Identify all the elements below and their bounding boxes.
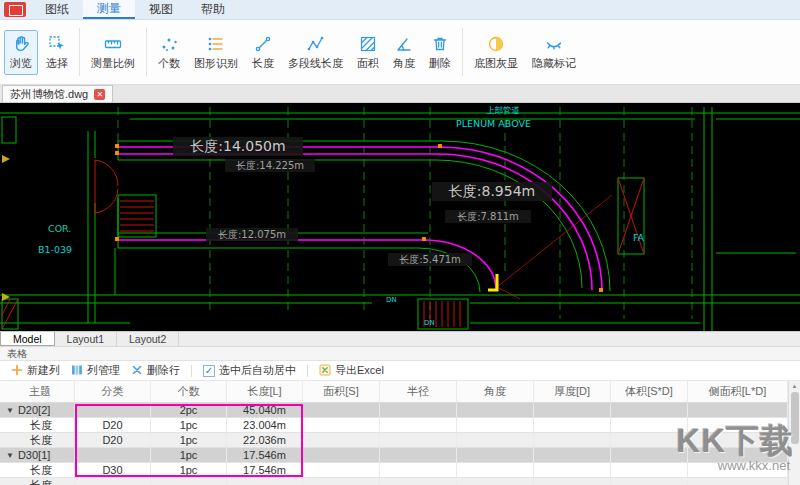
table-row[interactable]: 长度 <box>0 478 788 485</box>
column-manage-button[interactable]: 列管理 <box>68 363 123 378</box>
table-body: ▼D20[2] 2pc 45.040m 长度 D20 1pc 23.00 <box>0 403 788 485</box>
cell-angle <box>457 433 534 447</box>
menu-tab-drawing[interactable]: 图纸 <box>31 0 83 19</box>
layout-tab-label: Layout2 <box>129 333 166 345</box>
area-button[interactable]: 面积 <box>351 30 385 75</box>
delete-row-button[interactable]: 删除行 <box>128 363 183 378</box>
cell-topic: 长度 <box>0 463 75 477</box>
angle-button[interactable]: 角度 <box>387 30 421 75</box>
length-icon <box>253 34 273 54</box>
toolbar-separator <box>462 28 463 76</box>
cell-length <box>227 478 303 485</box>
measurement-label[interactable]: 长度:14.225m <box>225 159 315 172</box>
document-tab-label: 苏州博物馆.dwg <box>10 87 88 102</box>
app-logo-icon[interactable] <box>4 2 26 17</box>
expand-icon[interactable]: ▼ <box>6 451 14 460</box>
cad-drawing[interactable]: 上部管道 PLENUM ABOVE COR. B1-039 FA DN DN 长… <box>0 103 800 331</box>
cell-angle <box>457 448 534 462</box>
delete-button[interactable]: 删除 <box>423 30 457 75</box>
toolbar-item-label: 删除 <box>429 56 451 71</box>
browse-button[interactable]: 浏览 <box>4 30 38 75</box>
shape-recognize-button[interactable]: 图形识别 <box>188 30 244 75</box>
cell-radius <box>380 463 457 477</box>
column-header[interactable]: 半径 <box>380 381 457 402</box>
cell-topic: 长度 <box>0 478 75 485</box>
expand-icon[interactable]: ▼ <box>6 406 14 415</box>
measurement-label[interactable]: 长度:12.075m <box>206 228 298 241</box>
auto-center-checkbox[interactable]: ✓ <box>203 365 215 377</box>
cell-side-area <box>688 463 788 477</box>
measurement-label[interactable]: 长度:14.050m <box>173 137 303 156</box>
cell-side-area <box>688 448 788 462</box>
toolbar-separator <box>79 28 80 76</box>
x-icon <box>131 364 143 378</box>
column-header[interactable]: 个数 <box>151 381 227 402</box>
cell-volume <box>611 418 688 432</box>
count-button[interactable]: 个数 <box>152 30 186 75</box>
cell-angle <box>457 418 534 432</box>
cell-count: 1pc <box>151 433 227 447</box>
select-button[interactable]: 选择 <box>40 30 74 75</box>
cell-category <box>75 403 151 417</box>
count-icon <box>159 34 179 54</box>
table-row[interactable]: 长度 D20 1pc 22.036m <box>0 433 788 448</box>
document-tab[interactable]: 苏州博物馆.dwg ✕ <box>2 85 113 102</box>
cell-thickness <box>534 478 611 485</box>
table-scrollbar[interactable]: ▲ <box>788 381 800 485</box>
scrollbar-thumb[interactable] <box>791 392 799 444</box>
menu-tab-label: 帮助 <box>201 1 225 18</box>
hide-marks-button[interactable]: 隐藏标记 <box>526 30 582 75</box>
checkbox-label: 选中后自动居中 <box>219 363 296 378</box>
toolbar-item-label: 底图灰显 <box>474 56 518 71</box>
canvas-label-fa: FA <box>633 232 645 243</box>
svg-text:长度:7.811m: 长度:7.811m <box>457 211 519 222</box>
cell-thickness <box>534 403 611 417</box>
menu-tab-view[interactable]: 视图 <box>135 0 187 19</box>
dim-background-button[interactable]: 底图灰显 <box>468 30 524 75</box>
auto-center-option[interactable]: ✓ 选中后自动居中 <box>200 363 299 378</box>
column-header[interactable]: 主题 <box>0 381 75 402</box>
svg-text:长度:5.471m: 长度:5.471m <box>399 254 461 265</box>
table-group-row[interactable]: ▼D30[1] 1pc 17.546m <box>0 448 788 463</box>
cell-category <box>75 448 151 462</box>
table-panel-header[interactable]: 表格 <box>0 347 800 361</box>
cell-volume <box>611 478 688 485</box>
cell-length: 17.546m <box>227 463 303 477</box>
toolbar-item-label: 个数 <box>158 56 180 71</box>
measure-scale-button[interactable]: 测量比例 <box>85 30 141 75</box>
column-header[interactable]: 角度 <box>457 381 534 402</box>
cell-length: 23.004m <box>227 418 303 432</box>
excel-icon <box>319 364 331 378</box>
cell-thickness <box>534 433 611 447</box>
column-header[interactable]: 厚度[D] <box>534 381 611 402</box>
table-group-row[interactable]: ▼D20[2] 2pc 45.040m <box>0 403 788 418</box>
measurement-label[interactable]: 长度:8.954m <box>432 182 552 201</box>
polyline-length-icon <box>306 34 326 54</box>
menu-tab-measure[interactable]: 测量 <box>83 0 135 19</box>
cell-area <box>303 418 380 432</box>
cell-topic: 长度 <box>0 418 75 432</box>
table-row[interactable]: 长度 D20 1pc 23.004m <box>0 418 788 433</box>
measurement-label[interactable]: 长度:7.811m <box>445 210 531 223</box>
toolbar-item-label: 图形识别 <box>194 56 238 71</box>
column-header[interactable]: 面积[S] <box>303 381 380 402</box>
scroll-up-icon[interactable]: ▲ <box>792 381 798 391</box>
cad-canvas[interactable]: 上部管道 PLENUM ABOVE COR. B1-039 FA DN DN 长… <box>0 103 800 331</box>
menu-tab-help[interactable]: 帮助 <box>187 0 239 19</box>
column-header[interactable]: 长度[L] <box>227 381 303 402</box>
polyline-length-button[interactable]: 多段线长度 <box>282 30 349 75</box>
length-button[interactable]: 长度 <box>246 30 280 75</box>
measurement-label[interactable]: 长度:5.471m <box>388 253 472 266</box>
cell-topic: ▼D20[2] <box>0 403 75 417</box>
tab-layout1[interactable]: Layout1 <box>55 332 117 346</box>
new-column-button[interactable]: 新建列 <box>8 363 63 378</box>
column-header[interactable]: 侧面积[L*D] <box>688 381 788 402</box>
column-header[interactable]: 分类 <box>75 381 151 402</box>
table-row[interactable]: 长度 D30 1pc 17.546m <box>0 463 788 478</box>
cell-area <box>303 463 380 477</box>
close-icon[interactable]: ✕ <box>94 89 105 100</box>
column-header[interactable]: 体积[S*D] <box>611 381 688 402</box>
tab-layout2[interactable]: Layout2 <box>117 332 179 346</box>
export-excel-button[interactable]: 导出Excel <box>316 363 387 378</box>
tab-model[interactable]: Model <box>0 332 55 346</box>
